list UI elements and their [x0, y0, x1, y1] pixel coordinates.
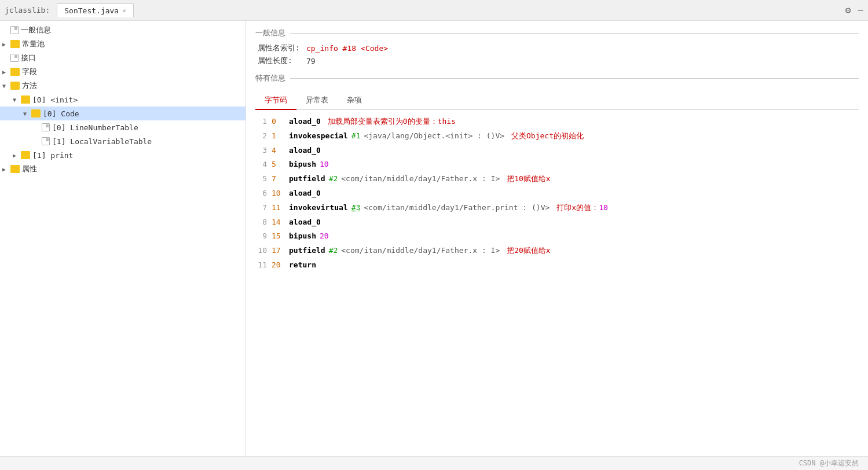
bc-offset: 20	[272, 259, 289, 271]
bc-line-num: 3	[255, 145, 272, 157]
sidebar-item-method-init[interactable]: ▼[0] <init>	[0, 93, 246, 107]
bc-line-num: 5	[255, 173, 272, 185]
bc-arg: #2	[329, 173, 338, 185]
attr-name-tag: <Code>	[361, 44, 388, 53]
folder-icon	[31, 109, 41, 118]
bytecode-row: 711invokevirtual #3 <com/itan/middle/day…	[255, 201, 859, 215]
bc-offset: 11	[272, 202, 289, 214]
bc-arg: <com/itan/middle/day1/Father.print : ()V…	[364, 202, 550, 214]
file-icon	[42, 123, 50, 131]
attr-len-row: 属性长度: 79	[255, 56, 859, 66]
attr-name-cpref: cp_info #18	[306, 44, 356, 53]
tree-label-method-print: [1] print	[32, 151, 73, 160]
bc-comment: 打印x的值：	[556, 202, 599, 214]
special-info-divider	[290, 78, 859, 79]
bc-line-num: 7	[255, 202, 272, 214]
folder-icon	[10, 40, 20, 48]
bc-line-num: 6	[255, 188, 272, 200]
bc-arg: <com/itan/middle/day1/Father.x : I>	[341, 245, 500, 257]
sidebar-item-localvar[interactable]: [1] LocalVariableTable	[0, 134, 246, 148]
attr-name-row: 属性名索引: cp_info #18 <Code>	[255, 43, 859, 53]
bc-line-num: 11	[255, 259, 272, 271]
folder-icon	[21, 96, 30, 104]
bc-arg: 20	[320, 230, 329, 243]
sidebar-item-constant-pool[interactable]: ▶常量池	[0, 37, 246, 51]
bc-offset: 4	[272, 145, 289, 157]
bc-offset: 10	[272, 188, 289, 200]
attr-name-label: 属性名索引:	[258, 43, 304, 53]
minimize-icon[interactable]: −	[858, 5, 863, 16]
tab-exceptions[interactable]: 异常表	[296, 93, 338, 109]
bc-offset: 17	[272, 245, 289, 257]
bc-instruction: aload_0	[289, 188, 321, 200]
bc-line-num: 8	[255, 216, 272, 229]
bc-instruction: aload_0	[289, 145, 321, 157]
bytecode-row: 45bipush 10	[255, 157, 859, 172]
tabs-bar: 字节码异常表杂项	[255, 88, 859, 110]
bc-comment: 加载局部变量表索引为0的变量：this	[328, 116, 456, 128]
sidebar-item-interface[interactable]: 接口	[0, 51, 246, 65]
sidebar-item-fields[interactable]: ▶字段	[0, 65, 246, 79]
content-panel: 一般信息 属性名索引: cp_info #18 <Code> 属性长度: 79 …	[246, 21, 868, 456]
bc-offset: 5	[272, 159, 289, 171]
folder-icon	[10, 68, 20, 76]
bc-line-num: 9	[255, 230, 272, 243]
bytecode-row: 21invokespecial #1 <java/lang/Object.<in…	[255, 129, 859, 144]
title-bar-left: jclasslib: SonTest.java ×	[5, 3, 134, 17]
bytecode-row: 1017putfield #2 <com/itan/middle/day1/Fa…	[255, 244, 859, 258]
tab-misc[interactable]: 杂项	[338, 93, 371, 109]
tab-close-button[interactable]: ×	[122, 7, 126, 14]
tree-label-fields: 字段	[22, 67, 37, 77]
tree-arrow-methods: ▼	[2, 83, 10, 89]
footer-text: CSDN @小幸运安然	[799, 458, 859, 468]
sidebar-item-method-init-code[interactable]: ▼[0] Code	[0, 107, 246, 120]
bytecode-row: 814aload_0	[255, 215, 859, 230]
sidebar-item-linenumber[interactable]: [0] LineNumberTable	[0, 120, 246, 134]
tree-label-method-init: [0] <init>	[32, 96, 78, 104]
tree-arrow-fields: ▶	[2, 69, 10, 75]
bc-instruction: return	[289, 259, 316, 271]
bc-instruction: putfield	[289, 245, 325, 257]
sidebar-item-methods[interactable]: ▼方法	[0, 79, 246, 93]
footer: CSDN @小幸运安然	[0, 456, 868, 470]
bc-arg: <com/itan/middle/day1/Father.x : I>	[341, 173, 500, 185]
general-info-divider	[290, 33, 859, 34]
tree-arrow-method-init: ▼	[13, 97, 21, 103]
title-bar-right: ⚙ −	[845, 5, 863, 16]
bytecode-row: 34aload_0	[255, 144, 859, 158]
bc-offset: 7	[272, 173, 289, 185]
bytecode-row: 915bipush 20	[255, 229, 859, 244]
bc-instruction: bipush	[289, 230, 316, 243]
sidebar-item-general[interactable]: 一般信息	[0, 23, 246, 37]
tree-arrow-method-init-code: ▼	[23, 111, 31, 117]
file-tab[interactable]: SonTest.java ×	[57, 3, 134, 17]
folder-icon	[10, 165, 20, 173]
bc-offset: 1	[272, 130, 289, 142]
sidebar-item-method-print[interactable]: ▶[1] print	[0, 148, 246, 162]
bc-comment: 把10赋值给x	[507, 173, 550, 185]
bc-comment-num: 10	[599, 202, 608, 214]
bytecode-row: 57putfield #2 <com/itan/middle/day1/Fath…	[255, 172, 859, 186]
tab-label: SonTest.java	[64, 6, 119, 15]
special-info-header: 特有信息	[255, 73, 859, 83]
bc-line-num: 4	[255, 159, 272, 171]
bc-instruction: aload_0	[289, 116, 321, 128]
bc-offset: 14	[272, 216, 289, 229]
sidebar-item-attributes[interactable]: ▶属性	[0, 162, 246, 176]
tree-label-linenumber: [0] LineNumberTable	[52, 123, 138, 132]
bc-line-num: 1	[255, 116, 272, 128]
tree-label-constant-pool: 常量池	[22, 39, 45, 49]
bc-arg: <java/lang/Object.<init> : ()V>	[364, 130, 504, 142]
settings-icon[interactable]: ⚙	[845, 5, 851, 16]
bc-comment: 父类Object的初始化	[511, 130, 584, 142]
sidebar-tree: 一般信息▶常量池接口▶字段▼方法▼[0] <init>▼[0] Code[0] …	[0, 21, 246, 456]
tree-arrow-method-print: ▶	[13, 152, 21, 159]
tree-arrow-attributes: ▶	[2, 166, 10, 172]
special-info-section: 特有信息	[255, 73, 859, 83]
bc-line-num: 10	[255, 245, 272, 257]
file-icon	[42, 137, 50, 145]
bc-instruction: bipush	[289, 159, 316, 171]
tab-bytecode[interactable]: 字节码	[255, 93, 296, 110]
bc-instruction: invokespecial	[289, 130, 348, 142]
bc-comment: 把20赋值给x	[507, 245, 550, 257]
